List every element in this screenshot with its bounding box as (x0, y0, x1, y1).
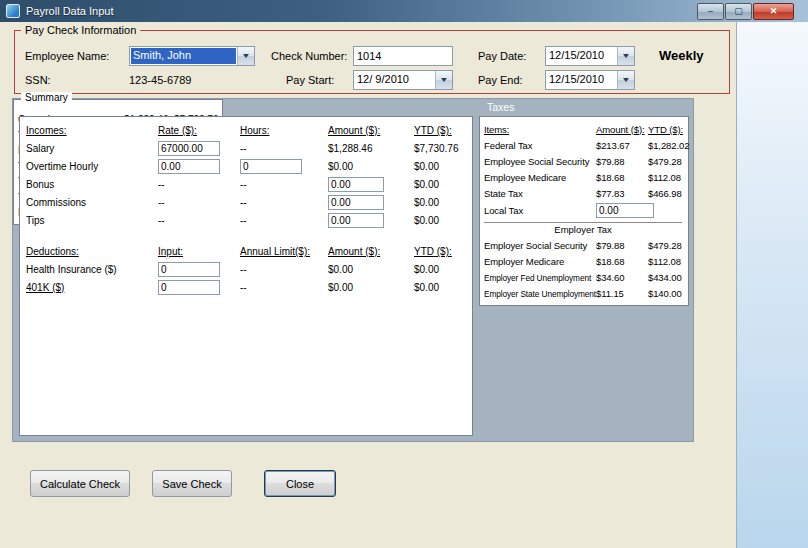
amount-col-header: Amount ($): (328, 125, 414, 136)
pay-date-dropdown-button[interactable] (617, 47, 634, 65)
hours-col-header: Hours: (240, 125, 328, 136)
ded-ytd-col-header: YTD ($): (414, 246, 472, 257)
chevron-down-icon (623, 78, 629, 82)
rate-col-header: Rate ($): (158, 125, 240, 136)
row-federal-tax: Federal Tax $213.67 $1,282.02 (484, 137, 688, 153)
overtime-label: Overtime Hourly (26, 161, 158, 172)
tax-amount-col-header: Amount ($): (596, 124, 648, 135)
employer-medicare-amount: $18.68 (596, 256, 648, 267)
close-button[interactable]: ✕ (753, 3, 794, 20)
commissions-hours: -- (240, 197, 328, 208)
bonus-rate: -- (158, 179, 240, 190)
salary-label: Salary (26, 143, 158, 154)
paycheck-info-group: Pay Check Information Employee Name: Smi… (14, 30, 730, 94)
check-number-input[interactable] (353, 46, 453, 66)
401k-input[interactable] (158, 280, 220, 295)
calculate-check-button[interactable]: Calculate Check (30, 470, 130, 497)
tips-ytd: $0.00 (414, 215, 472, 226)
commissions-rate: -- (158, 197, 240, 208)
salary-ytd: $7,730.76 (414, 143, 472, 154)
state-tax-label: State Tax (484, 188, 596, 199)
window-titlebar: Payroll Data Input – ▢ ✕ (0, 0, 808, 22)
pay-end-label: Pay End: (478, 74, 523, 86)
panels-container: Incomes and Deductions Taxes Incomes: Ra… (12, 98, 694, 442)
employee-name-dropdown-button[interactable] (237, 47, 254, 65)
401k-limit: -- (240, 282, 328, 293)
401k-link[interactable]: 401K ($) (26, 282, 158, 293)
row-employer-medicare: Employer Medicare $18.68 $112.08 (484, 253, 688, 269)
tips-rate: -- (158, 215, 240, 226)
taxes-panel: Items: Amount ($): YTD ($): Federal Tax … (479, 116, 689, 306)
salary-amount: $1,288.46 (328, 143, 414, 154)
local-tax-input[interactable] (596, 203, 654, 218)
tips-amount-input[interactable] (328, 213, 384, 228)
pay-date-label: Pay Date: (478, 50, 526, 62)
check-number-label: Check Number: (271, 50, 347, 62)
maximize-button[interactable]: ▢ (725, 3, 752, 20)
overtime-rate-input[interactable] (158, 159, 220, 174)
bonus-hours: -- (240, 179, 328, 190)
employer-ss-ytd: $479.28 (648, 240, 688, 251)
bonus-label: Bonus (26, 179, 158, 190)
row-commissions: Commissions -- -- $0.00 (26, 193, 472, 211)
salary-hours: -- (240, 143, 328, 154)
minimize-icon: – (708, 6, 713, 16)
employer-state-unemp-amount: $11.15 (596, 288, 648, 299)
tax-ytd-col-header: YTD ($): (648, 124, 688, 135)
health-insurance-label: Health Insurance ($) (26, 264, 158, 275)
local-tax-label: Local Tax (484, 205, 596, 216)
employer-fed-unemp-ytd: $434.00 (648, 272, 688, 283)
pay-end-value: 12/15/2010 (546, 71, 617, 89)
health-insurance-ytd: $0.00 (414, 264, 472, 275)
chevron-down-icon (623, 54, 629, 58)
salary-rate-input[interactable] (158, 141, 220, 156)
employee-ss-ytd: $479.28 (648, 156, 688, 167)
federal-tax-ytd: $1,282.02 (648, 140, 689, 151)
minimize-button[interactable]: – (697, 3, 724, 20)
summary-group-label: Summary (21, 92, 72, 103)
federal-tax-amount: $213.67 (596, 140, 648, 151)
commissions-amount-input[interactable] (328, 195, 384, 210)
window-title: Payroll Data Input (26, 5, 113, 17)
row-tips: Tips -- -- $0.00 (26, 211, 472, 229)
employer-fed-unemp-label: Employer Fed Unemployment (484, 272, 581, 283)
close-icon: ✕ (770, 6, 778, 16)
overtime-hours-input[interactable] (240, 159, 302, 174)
chevron-down-icon (441, 78, 447, 82)
row-401k: 401K ($) -- $0.00 $0.00 (26, 278, 472, 296)
pay-frequency-label: Weekly (659, 48, 704, 63)
pay-start-picker[interactable]: 12/ 9/2010 (353, 70, 453, 90)
pay-end-picker[interactable]: 12/15/2010 (545, 70, 635, 90)
pay-end-dropdown-button[interactable] (617, 71, 634, 89)
save-check-button[interactable]: Save Check (152, 470, 232, 497)
employer-state-unemp-label: Employer State Unemployment (484, 288, 581, 299)
pay-start-label: Pay Start: (286, 74, 334, 86)
window-controls: – ▢ ✕ (697, 3, 794, 20)
row-health-insurance: Health Insurance ($) -- $0.00 $0.00 (26, 260, 472, 278)
health-insurance-input[interactable] (158, 262, 220, 277)
ytd-col-header: YTD ($): (414, 125, 472, 136)
incomes-deductions-panel: Incomes: Rate ($): Hours: Amount ($): YT… (19, 116, 473, 436)
employee-name-select[interactable]: Smith, John (129, 46, 255, 66)
employer-fed-unemp-amount: $34.60 (596, 272, 648, 283)
overtime-ytd: $0.00 (414, 161, 472, 172)
row-employee-social-security: Employee Social Security $79.88 $479.28 (484, 153, 688, 169)
payroll-form: Pay Check Information Employee Name: Smi… (0, 22, 737, 548)
employee-name-value: Smith, John (131, 48, 236, 64)
employee-ss-label: Employee Social Security (484, 156, 596, 167)
pay-date-picker[interactable]: 12/15/2010 (545, 46, 635, 66)
close-check-button[interactable]: Close (264, 470, 336, 497)
row-employee-medicare: Employee Medicare $18.68 $112.08 (484, 169, 688, 185)
employee-medicare-ytd: $112.08 (648, 172, 688, 183)
items-col-header: Items: (484, 124, 596, 135)
employee-medicare-label: Employee Medicare (484, 172, 596, 183)
employer-tax-header: Employer Tax (484, 223, 682, 237)
bonus-amount-input[interactable] (328, 177, 384, 192)
taxes-header-row: Items: Amount ($): YTD ($): (484, 121, 688, 137)
tips-label: Tips (26, 215, 158, 226)
taxes-section-header: Taxes (487, 101, 514, 113)
tips-hours: -- (240, 215, 328, 226)
employee-medicare-amount: $18.68 (596, 172, 648, 183)
pay-start-dropdown-button[interactable] (435, 71, 452, 89)
app-icon (6, 4, 20, 18)
